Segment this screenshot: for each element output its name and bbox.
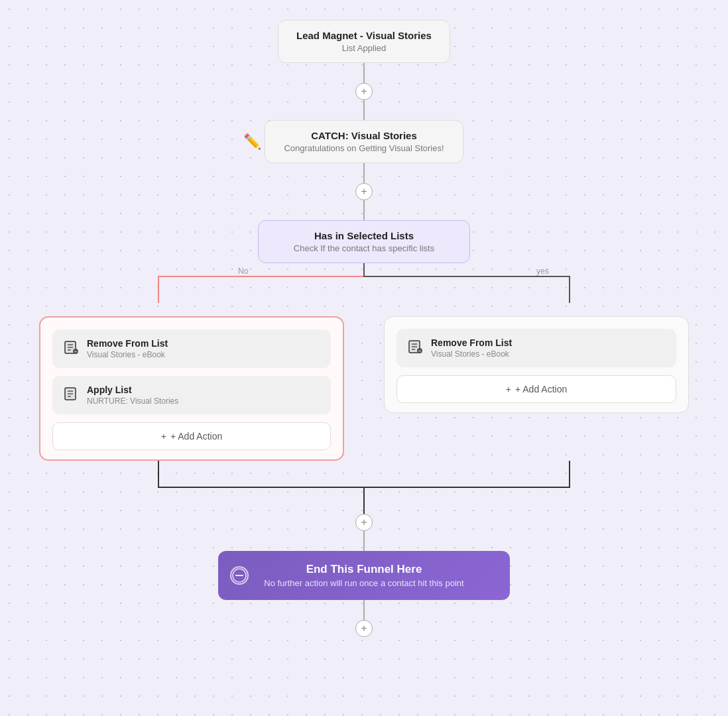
line-4 — [363, 200, 365, 220]
line-6 — [363, 600, 365, 620]
yes-add-action-label: + Add Action — [515, 384, 567, 394]
connector-4: + — [355, 600, 373, 637]
flow-container: Lead Magnet - Visual Stories List Applie… — [0, 0, 728, 664]
yes-add-action-button[interactable]: + + Add Action — [396, 375, 676, 403]
svg-text:No: No — [238, 267, 249, 276]
no-action-2[interactable]: Apply List NURTURE: Visual Stories — [52, 376, 331, 414]
branch-lines-svg: No yes — [39, 263, 689, 316]
branch-no-box: − Remove From List Visual Stories - eBoo… — [39, 316, 344, 461]
email-node[interactable]: CATCH: Visual Stories Congratulations on… — [265, 120, 463, 163]
condition-subtitle: Check If the contact has specific lists — [274, 243, 454, 253]
plus-button-1[interactable]: + — [355, 83, 373, 100]
end-subtitle: No further action will run once a contac… — [234, 578, 494, 588]
no-action-1[interactable]: − Remove From List Visual Stories - eBoo… — [52, 329, 331, 368]
no-add-action-plus-icon: + — [161, 431, 166, 442]
branch-row: − Remove From List Visual Stories - eBoo… — [39, 316, 689, 461]
email-node-wrapper: ✏️ CATCH: Visual Stories Congratulations… — [265, 120, 463, 163]
end-node[interactable]: End This Funnel Here No further action w… — [218, 551, 510, 600]
branch-wrapper: No yes − — [39, 263, 689, 514]
email-title: CATCH: Visual Stories — [281, 130, 447, 141]
pencil-icon: ✏️ — [243, 133, 261, 150]
no-action-1-text: Remove From List Visual Stories - eBook — [87, 338, 168, 359]
svg-text:yes: yes — [536, 267, 549, 276]
no-add-action-button[interactable]: + + Add Action — [52, 422, 331, 450]
line-5 — [363, 531, 365, 551]
yes-action-1-text: Remove From List Visual Stories - eBook — [431, 337, 512, 359]
merge-lines-svg — [39, 461, 689, 514]
branch-yes-box: − Remove From List Visual Stories - eBoo… — [384, 316, 689, 413]
condition-node[interactable]: Has in Selected Lists Check If the conta… — [258, 220, 470, 263]
connector-3: + — [355, 514, 373, 551]
trigger-title: Lead Magnet - Visual Stories — [294, 30, 434, 41]
plus-button-3[interactable]: + — [355, 514, 373, 531]
line-2 — [363, 100, 365, 120]
yes-add-action-plus-icon: + — [506, 384, 511, 394]
yes-action-1[interactable]: − Remove From List Visual Stories - eBoo… — [396, 329, 676, 367]
end-title: End This Funnel Here — [234, 563, 494, 576]
no-action-2-text: Apply List NURTURE: Visual Stories — [87, 385, 178, 406]
no-action-2-icon — [63, 386, 79, 405]
yes-action-1-icon: − — [407, 339, 423, 358]
svg-text:−: − — [418, 349, 421, 353]
connector-1: + — [355, 63, 373, 120]
trigger-node[interactable]: Lead Magnet - Visual Stories List Applie… — [278, 20, 450, 63]
line-3 — [363, 163, 365, 183]
plus-button-4[interactable]: + — [355, 620, 373, 637]
svg-text:−: − — [74, 349, 77, 354]
no-entry-icon — [230, 566, 249, 585]
email-subtitle: Congratulations on Getting Visual Storie… — [281, 143, 447, 153]
no-action-1-icon: − — [63, 339, 79, 359]
connector-2: + — [355, 163, 373, 220]
plus-button-2[interactable]: + — [355, 183, 373, 200]
line-1 — [363, 63, 365, 83]
condition-title: Has in Selected Lists — [274, 230, 454, 241]
no-add-action-label: + Add Action — [170, 431, 222, 442]
trigger-subtitle: List Applied — [294, 43, 434, 53]
